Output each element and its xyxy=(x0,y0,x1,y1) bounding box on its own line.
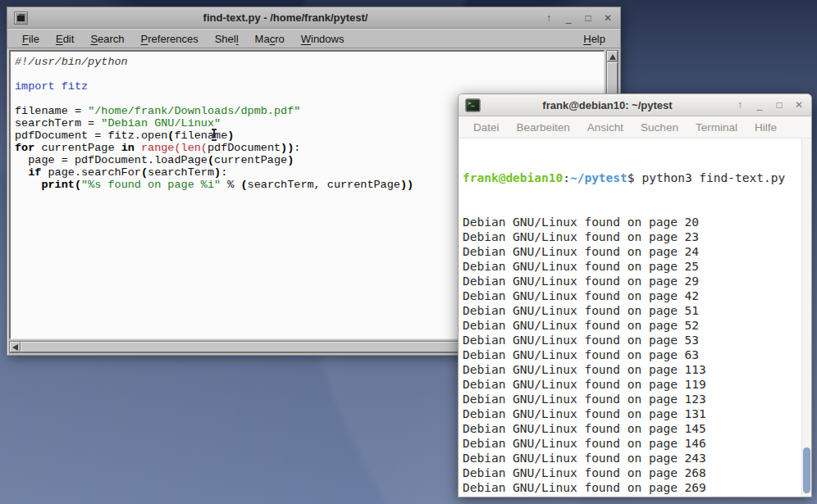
terminal-output-line: Debian GNU/Linux found on page 53 xyxy=(463,333,800,347)
close-button[interactable]: ✕ xyxy=(602,12,614,24)
terminal-output-line: Debian GNU/Linux found on page 131 xyxy=(463,406,800,421)
editor-titlebar[interactable]: find-text.py - /home/frank/pytest/ ↑ _ □… xyxy=(7,7,620,29)
terminal-output-line: Debian GNU/Linux found on page 23 xyxy=(463,229,800,244)
code-line: import fitz xyxy=(15,80,604,93)
terminal-output-line: Debian GNU/Linux found on page 146 xyxy=(463,436,800,451)
menu-bearbeiten[interactable]: Bearbeiten xyxy=(512,120,575,135)
menu-shell[interactable]: Shell xyxy=(208,31,245,47)
terminal-output-line: Debian GNU/Linux found on page 51 xyxy=(463,303,800,318)
terminal-window: frank@debian10: ~/pytest ↑ _ □ ✕ Datei B… xyxy=(458,93,812,497)
menu-file[interactable]: File xyxy=(16,31,46,47)
terminal-output-line: Debian GNU/Linux found on page 52 xyxy=(463,318,800,333)
code-line: #!/usr/bin/python xyxy=(15,56,604,68)
terminal-menubar: Datei Bearbeiten Ansicht Suchen Terminal… xyxy=(459,116,811,138)
terminal-command-line: frank@debian10:~/pytest$python3 find-tex… xyxy=(463,170,800,185)
menu-terminal[interactable]: Terminal xyxy=(691,120,742,135)
menu-ansicht[interactable]: Ansicht xyxy=(582,120,628,135)
terminal-output: Debian GNU/Linux found on page 20Debian … xyxy=(463,215,800,497)
typed-command: python3 find-text.py xyxy=(642,171,786,184)
menu-windows[interactable]: Windows xyxy=(294,31,351,47)
terminal-window-title: frank@debian10: ~/pytest xyxy=(481,99,734,111)
menu-macro[interactable]: Macro xyxy=(249,31,291,47)
close-button[interactable]: ✕ xyxy=(793,99,805,111)
scroll-up-arrow-icon[interactable] xyxy=(607,51,618,61)
menu-hilfe[interactable]: Hilfe xyxy=(750,120,782,135)
menu-preferences[interactable]: Preferences xyxy=(135,31,205,47)
terminal-output-line: Debian GNU/Linux found on page 269 xyxy=(463,480,800,495)
code-line xyxy=(15,68,604,80)
terminal-output-line: Debian GNU/Linux found on page 63 xyxy=(463,347,800,362)
terminal-screen[interactable]: frank@debian10:~/pytest$python3 find-tex… xyxy=(459,138,811,497)
terminal-output-line: Debian GNU/Linux found on page 42 xyxy=(463,288,800,303)
terminal-output-line: Debian GNU/Linux found on page 119 xyxy=(463,377,800,392)
menu-datei[interactable]: Datei xyxy=(468,120,504,135)
editor-window-title: find-text.py - /home/frank/pytest/ xyxy=(28,11,543,24)
terminal-output-line: Debian GNU/Linux found on page 29 xyxy=(463,274,800,288)
prompt-user-host: frank@debian10 xyxy=(463,171,563,184)
maximize-button[interactable]: □ xyxy=(582,12,594,24)
terminal-scrollbar-thumb[interactable] xyxy=(803,447,810,493)
nedit-app-icon xyxy=(14,11,28,25)
terminal-output-line: Debian GNU/Linux found on page 113 xyxy=(463,362,800,377)
terminal-titlebar[interactable]: frank@debian10: ~/pytest ↑ _ □ ✕ xyxy=(459,94,811,116)
terminal-output-line: Debian GNU/Linux found on page 24 xyxy=(463,244,800,259)
prompt-colon: : xyxy=(563,171,570,184)
menu-help[interactable]: Help xyxy=(577,31,612,47)
prompt-symbol: $ xyxy=(628,171,635,184)
scroll-left-arrow-icon[interactable] xyxy=(10,342,21,352)
terminal-output-line: Debian GNU/Linux found on page 123 xyxy=(463,392,800,406)
menu-search[interactable]: Search xyxy=(84,31,130,47)
terminal-output-line: Debian GNU/Linux found on page 145 xyxy=(463,421,800,436)
terminal-app-icon xyxy=(465,98,481,112)
terminal-output-line: Debian GNU/Linux found on page 20 xyxy=(463,215,800,229)
menu-suchen[interactable]: Suchen xyxy=(636,120,683,135)
minimize-button[interactable]: _ xyxy=(563,12,574,24)
terminal-output-line: Debian GNU/Linux found on page 243 xyxy=(463,451,800,465)
terminal-scrollbar[interactable] xyxy=(801,138,811,497)
terminal-output-line: Debian GNU/Linux found on page 25 xyxy=(463,259,800,274)
maximize-button[interactable]: □ xyxy=(774,99,785,111)
terminal-output-line: Debian GNU/Linux found on page 268 xyxy=(463,465,800,480)
shade-button[interactable]: ↑ xyxy=(734,99,746,111)
shade-button[interactable]: ↑ xyxy=(543,12,555,24)
menu-edit[interactable]: Edit xyxy=(49,31,80,47)
editor-menubar: File Edit Search Preferences Shell Macro… xyxy=(7,29,620,48)
minimize-button[interactable]: _ xyxy=(754,99,765,111)
prompt-path: ~/pytest xyxy=(570,171,628,184)
terminal-output-line: Debian GNU/Linux found on page 327 xyxy=(463,495,800,497)
